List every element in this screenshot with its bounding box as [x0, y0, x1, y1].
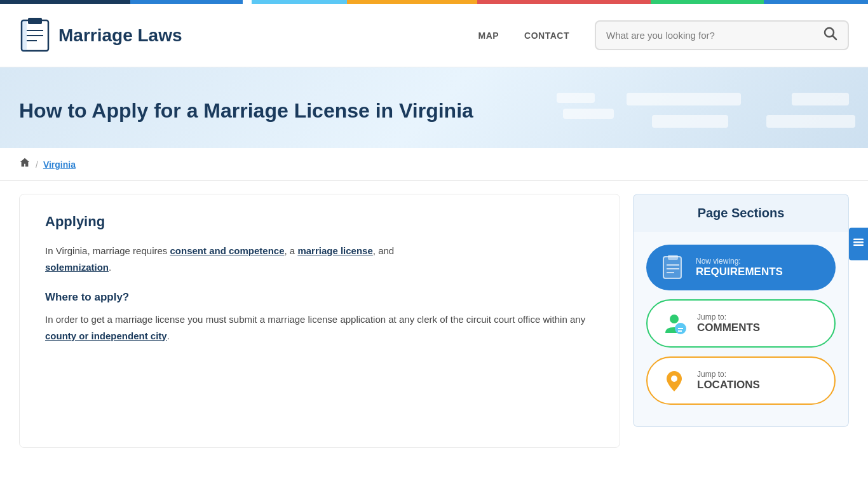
page-sections-title: Page Sections — [633, 194, 849, 232]
article-where-link[interactable]: county or independent city — [45, 330, 167, 341]
svg-rect-8 — [663, 257, 681, 278]
article-intro-paragraph: In Virginia, marriage requires consent a… — [45, 243, 594, 275]
article-link-consent[interactable]: consent and competence — [170, 245, 284, 256]
svg-rect-9 — [668, 255, 678, 260]
svg-point-13 — [670, 315, 679, 323]
svg-point-17 — [671, 376, 677, 382]
article: Applying In Virginia, marriage requires … — [19, 194, 620, 448]
article-mid1: , a — [285, 245, 298, 256]
svg-rect-1 — [28, 18, 42, 24]
breadcrumb-separator: / — [36, 159, 38, 170]
svg-rect-18 — [853, 239, 864, 241]
section-btn-locations[interactable]: Jump to: LOCATIONS — [646, 356, 836, 405]
search-button[interactable] — [824, 27, 837, 44]
sidebar: Page Sections Now viewing: REQUIREMENTS — [633, 194, 849, 427]
comments-status: Jump to: — [697, 313, 760, 322]
article-where-text1: In order to get a marriage license you m… — [45, 314, 585, 325]
article-intro-text: In Virginia, marriage requires — [45, 245, 170, 256]
main-nav: MAP CONTACT — [478, 30, 569, 41]
header: Marriage Laws MAP CONTACT — [0, 4, 868, 67]
article-where-paragraph: In order to get a marriage license you m… — [45, 311, 594, 344]
logo-icon — [19, 18, 51, 53]
article-mid2: , and — [373, 245, 394, 256]
section-btn-comments[interactable]: Jump to: COMMENTS — [646, 299, 836, 348]
logo-title: Marriage Laws — [58, 25, 182, 46]
breadcrumb-virginia[interactable]: Virginia — [43, 159, 76, 170]
hero-title: How to Apply for a Marriage License in V… — [19, 99, 849, 123]
article-where-end: . — [167, 330, 170, 341]
svg-rect-20 — [853, 245, 864, 247]
breadcrumb-home-icon[interactable] — [19, 157, 31, 172]
search-box — [595, 20, 849, 50]
requirements-label: REQUIREMENTS — [696, 266, 783, 278]
article-link-license[interactable]: marriage license — [297, 245, 372, 256]
search-input[interactable] — [606, 30, 824, 41]
breadcrumb: / Virginia — [0, 148, 868, 181]
article-end: . — [109, 262, 111, 273]
search-icon — [824, 27, 837, 41]
locations-status: Jump to: — [697, 370, 760, 379]
list-icon — [853, 237, 864, 248]
hero-section: How to Apply for a Marriage License in V… — [0, 67, 868, 148]
svg-line-7 — [833, 36, 837, 40]
floating-sidebar-toggle[interactable] — [849, 228, 868, 261]
locations-icon — [660, 367, 688, 395]
comments-label: COMMENTS — [697, 322, 760, 334]
requirements-status: Now viewing: — [696, 257, 783, 266]
sections-container: Now viewing: REQUIREMENTS — [633, 232, 849, 427]
section-btn-requirements[interactable]: Now viewing: REQUIREMENTS — [646, 245, 836, 290]
requirements-icon — [659, 254, 687, 281]
main-content: Applying In Virginia, marriage requires … — [0, 181, 868, 461]
comments-icon — [660, 309, 688, 337]
svg-rect-19 — [853, 241, 864, 243]
locations-label: LOCATIONS — [697, 379, 760, 391]
article-where-heading: Where to apply? — [45, 291, 594, 304]
comments-text: Jump to: COMMENTS — [697, 313, 760, 334]
logo-link[interactable]: Marriage Laws — [19, 18, 182, 53]
article-heading: Applying — [45, 214, 594, 230]
svg-rect-5 — [22, 20, 27, 51]
nav-contact[interactable]: CONTACT — [524, 30, 569, 41]
requirements-text: Now viewing: REQUIREMENTS — [696, 257, 783, 278]
article-link-solemnization[interactable]: solemnization — [45, 262, 109, 273]
nav-map[interactable]: MAP — [478, 30, 499, 41]
locations-text: Jump to: LOCATIONS — [697, 370, 760, 391]
